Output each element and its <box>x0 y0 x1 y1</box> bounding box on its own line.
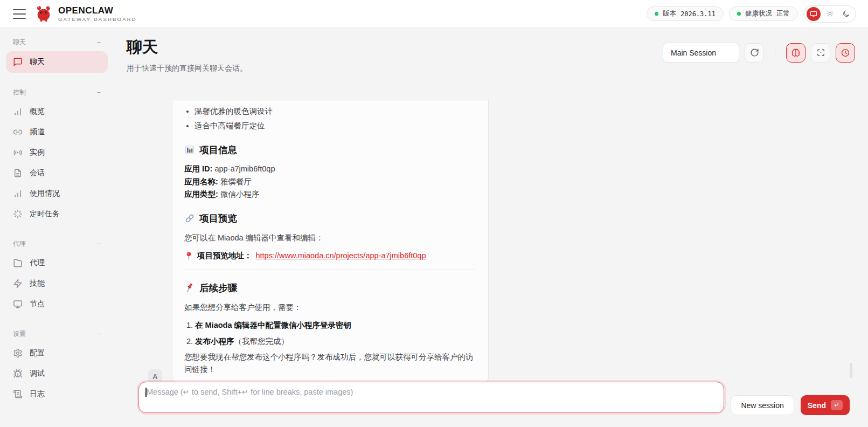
theme-toggle <box>803 5 856 23</box>
sidebar-item-nodes[interactable]: 节点 <box>6 294 108 314</box>
topbar: OPENCLAW GATEWAY DASHBOARD 版本 2026.3.11 … <box>0 0 868 28</box>
divider <box>775 46 775 60</box>
sidebar-section-settings: 设置 − 配置 调试 日志 <box>6 327 108 404</box>
bug-icon <box>13 369 23 378</box>
monitor-icon <box>13 299 23 309</box>
collapse-icon[interactable]: − <box>96 240 101 248</box>
session-select[interactable]: Main Session <box>663 43 739 63</box>
sidebar-item-agents[interactable]: 代理 <box>6 253 108 273</box>
sidebar-section-agents: 代理 − 代理 技能 节点 <box>6 237 108 314</box>
link-icon <box>13 127 23 137</box>
bar-chart-emoji-icon <box>184 144 195 155</box>
sidebar-item-label: 使用情况 <box>30 189 60 198</box>
moon-icon <box>842 10 850 18</box>
sidebar-item-cron[interactable]: 定时任务 <box>6 204 108 224</box>
loader-icon <box>13 209 23 219</box>
brand: OPENCLAW GATEWAY DASHBOARD <box>34 4 137 24</box>
info-row: 应用 ID: app-a7jmib6ft0qp <box>184 163 476 175</box>
sun-icon <box>826 10 834 18</box>
bar-chart-icon <box>13 189 23 198</box>
bullet-item: 适合中高端餐厅定位 <box>195 120 476 132</box>
text-caret <box>145 388 147 397</box>
section-title: 聊天 <box>13 38 26 47</box>
info-row: 应用类型: 微信小程序 <box>184 189 476 200</box>
sidebar-section-control: 控制 − 概览 频道 实例 <box>6 86 108 224</box>
chat-bubble-icon <box>13 57 23 67</box>
sidebar-item-label: 实例 <box>30 148 45 157</box>
send-button[interactable]: Send ↵ <box>801 395 850 415</box>
pushpin-emoji-icon <box>184 283 195 293</box>
sidebar-item-skills[interactable]: 技能 <box>6 273 108 294</box>
sidebar-item-label: 日志 <box>30 389 45 399</box>
main-content: 聊天 用于快速干预的直接网关聊天会话。 Main Session <box>114 28 868 427</box>
link-emoji-icon <box>184 213 195 224</box>
openclaw-logo <box>34 4 53 24</box>
theme-dark-button[interactable] <box>839 7 853 21</box>
history-button[interactable] <box>836 43 855 63</box>
sidebar-item-sessions[interactable]: 会话 <box>6 163 108 183</box>
chat-thread[interactable]: A 温馨优雅的暖色调设计 适合中高端餐厅定位 项目信息 <box>114 100 868 384</box>
sidebar-item-label: 定时任务 <box>30 209 60 219</box>
divider <box>184 270 476 270</box>
theme-system-button[interactable] <box>807 7 821 21</box>
step-item: 发布小程序（我帮您完成） <box>195 335 476 347</box>
bullet-item: 温馨优雅的暖色调设计 <box>195 105 476 118</box>
steps-list: 在 Miaoda 编辑器中配置微信小程序登录密钥 发布小程序（我帮您完成） <box>184 319 476 347</box>
file-text-icon <box>13 168 23 178</box>
sidebar-item-label: 技能 <box>30 279 45 288</box>
info-row: 应用名称: 雅馔餐厅 <box>184 176 476 188</box>
brain-icon <box>791 48 801 58</box>
version-label: 版本 <box>663 9 676 18</box>
sidebar-item-label: 概览 <box>30 107 45 116</box>
collapse-icon[interactable]: − <box>96 330 101 338</box>
message-input[interactable] <box>138 382 724 413</box>
section-title: 代理 <box>13 239 26 249</box>
sidebar-item-label: 调试 <box>30 369 45 378</box>
sidebar-item-chat[interactable]: 聊天 <box>6 51 108 73</box>
collapse-icon[interactable]: − <box>96 38 101 46</box>
scan-icon <box>816 48 825 57</box>
gear-icon <box>13 348 23 358</box>
composer: New session Send ↵ <box>138 382 850 415</box>
step-item: 在 Miaoda 编辑器中配置微信小程序登录密钥 <box>195 319 476 331</box>
next-intro: 如果您想分享给客户使用，需要： <box>184 301 476 314</box>
app-title: OPENCLAW <box>58 5 137 16</box>
preview-address-line: 项目预览地址： https://www.miaoda.cn/projects/a… <box>184 251 476 261</box>
refresh-icon <box>750 48 759 57</box>
sidebar-item-usage[interactable]: 使用情况 <box>6 183 108 204</box>
page-subtitle: 用于快速干预的直接网关聊天会话。 <box>127 64 855 73</box>
folder-icon <box>13 258 23 268</box>
theme-light-button[interactable] <box>823 7 837 21</box>
section-heading-info: 项目信息 <box>184 143 476 156</box>
enter-key-icon: ↵ <box>831 400 843 410</box>
closing-question: 您想要我现在帮您发布这个小程序吗？发布成功后，您就可以获得可分享给客户的访问链接… <box>184 351 476 376</box>
refresh-button[interactable] <box>745 43 764 63</box>
status-dot <box>655 12 658 16</box>
sidebar-item-label: 会话 <box>30 168 45 178</box>
health-badge: 健康状况 正常 <box>729 6 798 21</box>
section-title: 设置 <box>13 329 26 339</box>
thinking-toggle-button[interactable] <box>786 43 805 63</box>
sidebar-item-channels[interactable]: 频道 <box>6 122 108 142</box>
app-subtitle: GATEWAY DASHBOARD <box>58 16 137 22</box>
zap-icon <box>13 279 23 288</box>
status-dot <box>737 12 741 16</box>
sidebar: 聊天 − 聊天 控制 − 概览 <box>0 28 114 427</box>
assistant-message: A 温馨优雅的暖色调设计 适合中高端餐厅定位 项目信息 <box>114 100 868 384</box>
preview-url-link[interactable]: https://www.miaoda.cn/projects/app-a7jmi… <box>256 251 426 260</box>
message-bubble: 温馨优雅的暖色调设计 适合中高端餐厅定位 项目信息 应用 ID: app-a7j… <box>172 100 489 384</box>
preview-intro: 您可以在 Miaoda 编辑器中查看和编辑： <box>184 232 476 244</box>
sidebar-item-logs[interactable]: 日志 <box>6 384 108 404</box>
new-session-button[interactable]: New session <box>731 395 794 415</box>
sidebar-item-config[interactable]: 配置 <box>6 343 108 363</box>
sidebar-item-debug[interactable]: 调试 <box>6 363 108 384</box>
menu-icon[interactable] <box>13 9 26 19</box>
focus-button[interactable] <box>811 43 830 63</box>
sidebar-section-chat: 聊天 − 聊天 <box>6 36 108 73</box>
scrollbar-thumb[interactable] <box>850 363 852 378</box>
section-heading-preview: 项目预览 <box>184 212 476 225</box>
sidebar-item-overview[interactable]: 概览 <box>6 101 108 122</box>
bar-chart-icon <box>13 107 23 116</box>
sidebar-item-instances[interactable]: 实例 <box>6 142 108 163</box>
collapse-icon[interactable]: − <box>96 88 101 97</box>
